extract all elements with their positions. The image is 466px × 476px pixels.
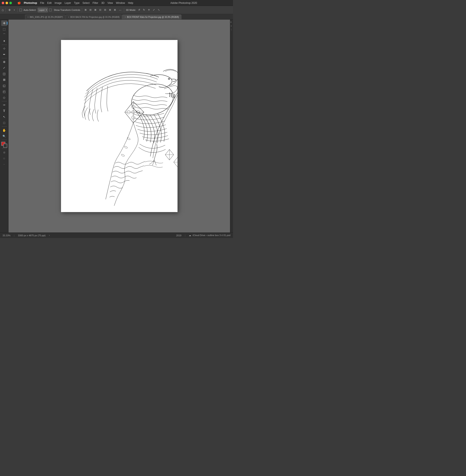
tab-close-2[interactable]: × [68, 16, 69, 18]
align-top-icon[interactable]: ⊡ [98, 8, 102, 12]
align-left-icon[interactable]: ⊞ [84, 8, 87, 12]
tab-close-1[interactable]: × [27, 16, 29, 18]
menu-help[interactable]: Help [128, 1, 133, 4]
title-bar: 🍎 Photoshop File Edit Image Layer Type S… [0, 0, 233, 6]
layer-dropdown[interactable]: Layer [38, 8, 48, 12]
menu-view[interactable]: View [107, 1, 113, 4]
breadcrumb-divider: | [185, 234, 185, 237]
canvas-document [61, 40, 177, 212]
path-select-btn[interactable]: ↖ [1, 114, 7, 120]
canvas-container [61, 40, 177, 212]
gradient-btn[interactable]: ◰ [1, 89, 7, 94]
apple-menu-icon[interactable]: 🍎 [17, 1, 21, 4]
main-area: ✛ ⬚ ⌒ ✦ ⊹ ✒ ⊕ ✓ ◫ ⊠ ◱ ◰ ◇ ✑ T ↖ □ ✋ 🔍 ⊡ … [0, 20, 233, 232]
status-arrow[interactable]: › [49, 234, 49, 237]
status-bar: 33.33% | 3300 px x 4875 px (75 ppi) › 20… [0, 232, 233, 238]
type-btn[interactable]: T [1, 108, 7, 114]
more-options-icon[interactable]: ··· [118, 8, 122, 12]
canvas-area[interactable] [9, 20, 230, 232]
tab-boxback[interactable]: × BOX BACK FIN for Projection.jpg @ 33.3… [66, 15, 122, 19]
selection-tool-btn[interactable]: ⬚ [1, 26, 7, 32]
move-tool-icon[interactable]: ✛ [7, 8, 12, 12]
align-center-h-icon[interactable]: ⊟ [89, 8, 92, 12]
right-panel-icon-1[interactable]: ≡ [231, 21, 233, 23]
zoom-level: 33.33% [2, 234, 11, 237]
align-bottom-icon[interactable]: ⊞ [108, 8, 112, 12]
auto-select-checkbox[interactable] [19, 9, 22, 11]
menu-3d[interactable]: 3D [101, 1, 104, 4]
magic-wand-btn[interactable]: ✦ [1, 38, 7, 44]
right-panel-icon-3[interactable]: ⋮ [231, 29, 233, 31]
screen-mode-btn[interactable]: □ [1, 156, 7, 161]
pen-btn[interactable]: ✑ [1, 102, 7, 108]
zoom-btn[interactable]: 🔍 [1, 134, 7, 139]
breadcrumb-text: iCloud Drive › outline box 3 rt 01.psd [193, 234, 231, 237]
tabs-bar: × IMG_6365.JPG @ 33.3% (RGB/8*) × BOX BA… [0, 14, 233, 20]
year-label: 2019 [176, 234, 181, 237]
3d-drag-icon[interactable]: ✛ [147, 8, 151, 12]
svg-point-2 [169, 79, 169, 79]
mask-btn[interactable]: ⊡ [1, 150, 7, 155]
minimize-button[interactable] [6, 2, 8, 4]
mode-3d-label: 3D Mode: [126, 9, 136, 11]
eyedropper-btn[interactable]: ✒ [1, 52, 7, 57]
menu-type[interactable]: Type [74, 1, 80, 4]
app-title: Adobe Photoshop 2020 [136, 1, 231, 4]
background-color[interactable] [3, 144, 7, 148]
align-center-v-icon[interactable]: ⊟ [103, 8, 107, 12]
hand-btn[interactable]: ✋ [1, 127, 7, 133]
auto-select-label: Auto-Select: [23, 9, 36, 11]
icloud-icon: ☁ [189, 234, 191, 237]
distribute-h-icon[interactable]: ⊞ [113, 8, 117, 12]
traffic-lights[interactable] [2, 2, 12, 4]
spot-heal-btn[interactable]: ⊕ [1, 59, 7, 65]
divider-2 [17, 8, 18, 12]
svg-rect-0 [61, 40, 177, 212]
menu-select[interactable]: Select [82, 1, 90, 4]
3d-rotate-icon[interactable]: ↺ [137, 8, 141, 12]
move-tool-btn[interactable]: ✛ [1, 20, 7, 26]
menu-photoshop[interactable]: Photoshop [24, 1, 37, 4]
tool-divider-1 [2, 45, 7, 45]
menu-edit[interactable]: Edit [47, 1, 52, 4]
stamp-btn[interactable]: ◫ [1, 71, 7, 77]
tab-label-2: BOX BACK FIN for Projection.jpg @ 33.3% … [70, 16, 119, 18]
right-panel: ≡ ⊹ ⋮ [230, 20, 233, 232]
tab-label-3: BOX FRONT Kites for Projection.jpg @ 33.… [127, 16, 179, 18]
3d-scale-icon[interactable]: ⤡ [157, 8, 161, 12]
right-panel-icon-2[interactable]: ⊹ [231, 25, 233, 27]
home-icon[interactable]: ⌂ [2, 8, 4, 12]
crop-tool-btn[interactable]: ⊹ [1, 46, 7, 51]
menu-window[interactable]: Window [116, 1, 125, 4]
close-button[interactable] [2, 2, 4, 4]
move-tool-arrow[interactable]: ▾ [13, 9, 16, 11]
tab-label-1: IMG_6365.JPG @ 33.3% (RGB/8*) [30, 16, 63, 18]
menu-image[interactable]: Image [55, 1, 62, 4]
transform-checkbox[interactable] [49, 9, 52, 11]
menu-filter[interactable]: Filter [93, 1, 98, 4]
transform-label: Show Transform Controls [54, 9, 80, 11]
tab-img6365[interactable]: × IMG_6365.JPG @ 33.3% (RGB/8*) [25, 15, 65, 19]
status-divider: | [14, 234, 14, 237]
lasso-tool-btn[interactable]: ⌒ [1, 32, 7, 38]
align-right-icon[interactable]: ⊠ [93, 8, 97, 12]
3d-roll-icon[interactable]: ↻ [142, 8, 146, 12]
menu-file[interactable]: File [40, 1, 44, 4]
eraser-btn[interactable]: ◱ [1, 83, 7, 88]
options-bar: ⌂ ✛ ▾ Auto-Select: Layer Show Transform … [0, 6, 233, 14]
tab-boxfront[interactable]: × BOX FRONT Kites for Projection.jpg @ 3… [122, 15, 181, 19]
maximize-button[interactable] [9, 2, 12, 4]
menu-layer[interactable]: Layer [65, 1, 71, 4]
3d-slide-icon[interactable]: ⤢ [152, 8, 156, 12]
breadcrumb: ☁ iCloud Drive › outline box 3 rt 01.psd [189, 234, 231, 237]
history-btn[interactable]: ⊠ [1, 77, 7, 82]
tools-panel: ✛ ⬚ ⌒ ✦ ⊹ ✒ ⊕ ✓ ◫ ⊠ ◱ ◰ ◇ ✑ T ↖ □ ✋ 🔍 ⊡ … [0, 20, 9, 232]
dodge-btn[interactable]: ◇ [1, 95, 7, 100]
tab-close-3[interactable]: × [125, 16, 126, 18]
shape-btn[interactable]: □ [1, 120, 7, 125]
tool-divider-2 [2, 58, 7, 58]
brush-btn[interactable]: ✓ [1, 65, 7, 70]
color-boxes[interactable] [1, 142, 7, 148]
divider-3 [82, 8, 82, 12]
more-tools-btn[interactable]: ··· [1, 161, 7, 167]
